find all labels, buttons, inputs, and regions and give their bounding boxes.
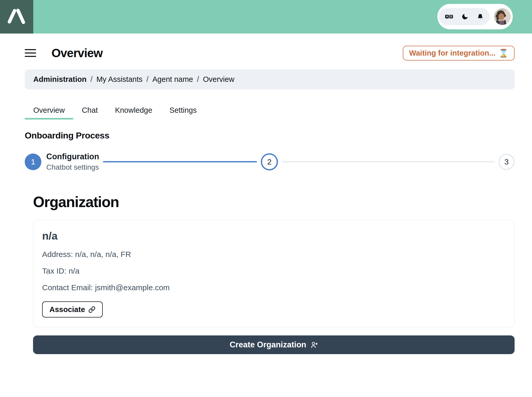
page-header-row: Overview Waiting for integration... ⌛ xyxy=(25,43,515,63)
status-badge[interactable]: Waiting for integration... ⌛ xyxy=(403,46,515,61)
associate-button-label: Associate xyxy=(49,305,85,314)
step-1-label: Configuration xyxy=(46,152,99,161)
tab-overview[interactable]: Overview xyxy=(25,101,73,120)
organization-card: n/a Address: n/a, n/a, n/a, FR Tax ID: n… xyxy=(33,220,515,327)
notifications-bell-icon[interactable] xyxy=(477,13,484,20)
onboarding-process-title: Onboarding Process xyxy=(25,130,515,141)
create-organization-label: Create Organization xyxy=(230,340,306,349)
app-logo[interactable] xyxy=(0,0,33,34)
quick-actions-pill: A 文 xyxy=(439,8,490,25)
step-1-text: Configuration Chatbot settings xyxy=(46,152,99,171)
step-3-circle[interactable]: 3 xyxy=(498,154,515,170)
associate-button[interactable]: Associate xyxy=(42,301,103,317)
organization-name: n/a xyxy=(42,230,505,242)
breadcrumb-separator: / xyxy=(90,75,93,84)
step-2-circle[interactable]: 2 xyxy=(261,153,278,170)
breadcrumb-separator: / xyxy=(146,75,148,84)
logo-icon xyxy=(0,0,33,34)
step-1-sublabel: Chatbot settings xyxy=(46,163,99,171)
step-1-circle[interactable]: 1 xyxy=(25,154,41,170)
organization-contact-email: Contact Email: jsmith@example.com xyxy=(42,283,505,292)
translate-letter-lang: 文 xyxy=(449,15,453,18)
organization-tax-id: Tax ID: n/a xyxy=(42,267,505,275)
breadcrumb: Administration / My Assistants / Agent n… xyxy=(25,69,515,89)
page-title: Overview xyxy=(51,46,103,60)
onboarding-stepper: 1 Configuration Chatbot settings 2 3 xyxy=(25,152,515,171)
organization-section: Organization n/a Address: n/a, n/a, n/a,… xyxy=(33,193,515,354)
breadcrumb-item-my-assistants[interactable]: My Assistants xyxy=(96,75,142,84)
organization-title: Organization xyxy=(33,193,515,210)
breadcrumb-item-agent-name[interactable]: Agent name xyxy=(152,75,193,84)
tab-settings[interactable]: Settings xyxy=(161,101,205,120)
app-header: A 文 xyxy=(0,0,532,34)
hourglass-icon: ⌛ xyxy=(499,49,508,58)
breadcrumb-item-overview[interactable]: Overview xyxy=(203,75,234,84)
step-connector-upcoming xyxy=(282,161,495,162)
step-connector-active xyxy=(103,161,257,162)
user-plus-icon xyxy=(310,341,318,349)
tab-chat[interactable]: Chat xyxy=(73,101,106,120)
create-organization-button[interactable]: Create Organization xyxy=(33,335,515,354)
dark-mode-moon-icon[interactable] xyxy=(461,13,469,20)
translate-letter-a: A xyxy=(445,15,449,18)
main-content: Overview Waiting for integration... ⌛ Ad… xyxy=(0,43,532,354)
tab-bar: Overview Chat Knowledge Settings xyxy=(25,101,515,120)
user-avatar[interactable] xyxy=(494,8,511,25)
menu-button[interactable] xyxy=(25,49,37,57)
organization-address: Address: n/a, n/a, n/a, FR xyxy=(42,250,505,259)
breadcrumb-item-administration[interactable]: Administration xyxy=(33,75,87,84)
link-icon xyxy=(88,306,95,313)
status-badge-label: Waiting for integration... xyxy=(409,49,495,57)
translate-icon[interactable]: A 文 xyxy=(445,15,453,18)
breadcrumb-separator: / xyxy=(197,75,199,84)
tab-knowledge[interactable]: Knowledge xyxy=(106,101,161,120)
topbar-actions: A 文 xyxy=(437,4,513,29)
